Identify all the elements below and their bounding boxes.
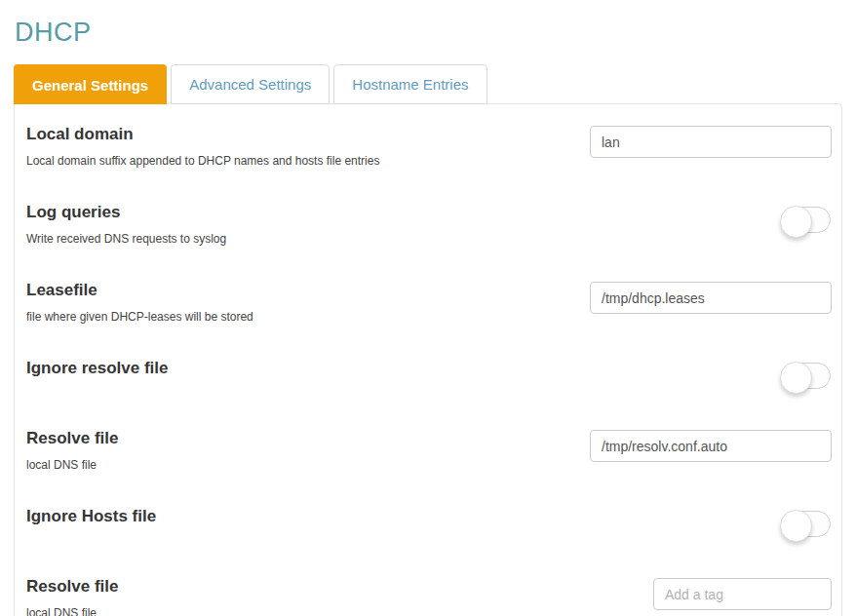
field-description: Local domain suffix appended to DHCP nam… [26, 154, 379, 169]
field-description: local DNS file [26, 606, 119, 616]
form-row: Local domain Local domain suffix appende… [15, 104, 841, 182]
tab-hostname-entries[interactable]: Hostname Entries [333, 64, 486, 104]
tag-input[interactable] [653, 578, 832, 610]
field-label: Ignore resolve file [26, 358, 169, 379]
field-label: Resolve file [26, 428, 119, 449]
field-description: local DNS file [26, 458, 119, 473]
tab-label: Hostname Entries [352, 76, 468, 93]
form-row: Leasefile file where given DHCP-leases w… [15, 260, 841, 338]
form-row: Ignore resolve file [15, 338, 841, 408]
toggle-knob[interactable] [780, 510, 812, 542]
dhcp-settings-page: DHCP General SettingsAdvanced SettingsHo… [0, 0, 856, 616]
toggle-knob[interactable] [780, 362, 812, 394]
field-label: Log queries [26, 202, 226, 223]
field-label: Ignore Hosts file [26, 506, 156, 527]
tab-general-settings[interactable]: General Settings [14, 64, 167, 104]
field-description: Write received DNS requests to syslog [26, 232, 226, 247]
text-input[interactable] [590, 430, 832, 462]
form-row: Resolve file local DNS file [15, 408, 841, 486]
tab-bar: General SettingsAdvanced SettingsHostnam… [14, 64, 842, 104]
form-row: Resolve file local DNS file [15, 557, 841, 616]
field-label: Leasefile [26, 280, 253, 301]
field-label: Resolve file [26, 576, 119, 597]
tab-label: Advanced Settings [189, 76, 311, 93]
toggle-switch[interactable] [781, 363, 831, 389]
tab-advanced-settings[interactable]: Advanced Settings [171, 64, 330, 104]
page-title: DHCP [15, 18, 842, 48]
form-row: Ignore Hosts file [15, 486, 841, 557]
field-description: file where given DHCP-leases will be sto… [26, 310, 253, 325]
text-input[interactable] [590, 282, 832, 314]
general-settings-panel: Local domain Local domain suffix appende… [14, 103, 842, 616]
toggle-switch[interactable] [781, 207, 831, 233]
toggle-switch[interactable] [781, 511, 831, 537]
text-input[interactable] [590, 126, 832, 158]
field-label: Local domain [26, 124, 379, 145]
form-row: Log queries Write received DNS requests … [15, 182, 841, 260]
toggle-knob[interactable] [780, 206, 812, 238]
tab-label: General Settings [32, 77, 148, 94]
